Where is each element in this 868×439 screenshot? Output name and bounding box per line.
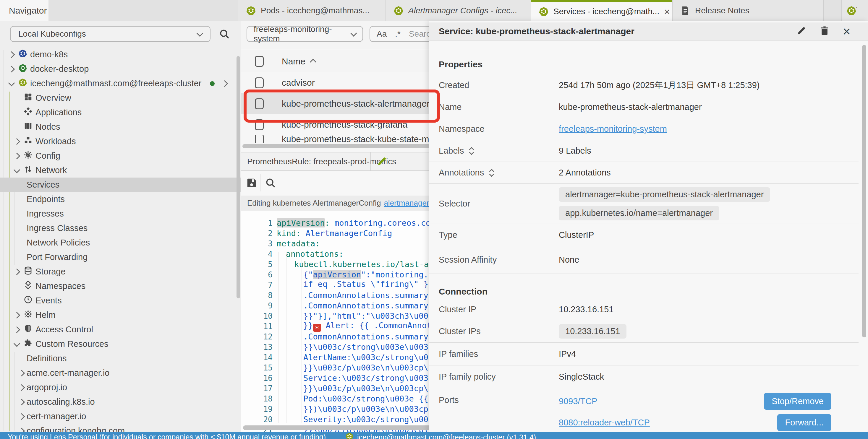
drawer-scrollbar[interactable] bbox=[862, 45, 866, 337]
tab-release[interactable]: Release Notes bbox=[672, 0, 824, 21]
save-icon[interactable] bbox=[246, 177, 257, 189]
expand-collapse-icon[interactable] bbox=[470, 148, 473, 154]
chevron-right-icon[interactable] bbox=[8, 51, 15, 58]
sidebar-item-overview[interactable]: Overview bbox=[0, 91, 241, 105]
search-icon[interactable] bbox=[219, 28, 230, 40]
expand-collapse-icon[interactable] bbox=[490, 170, 493, 176]
tab-close-icon[interactable]: × bbox=[664, 6, 670, 16]
sidebar-item-label: configuration.konghq.com bbox=[27, 426, 125, 432]
chevron-right-icon[interactable] bbox=[18, 428, 25, 432]
sidebar-item-workloads[interactable]: Workloads bbox=[0, 134, 241, 148]
sidebar-item-applications[interactable]: Applications bbox=[0, 105, 241, 120]
sidebar-item-configuration-konghq-com[interactable]: configuration.konghq.com bbox=[0, 424, 241, 432]
license-notice: You're using Lens Personal (for individu… bbox=[8, 433, 326, 439]
drawer-body: Properties Created254d 17h 50m ago (2025… bbox=[429, 40, 859, 439]
divider bbox=[260, 174, 260, 192]
sidebar-item-cert-manager-io[interactable]: cert-manager.io bbox=[0, 409, 241, 424]
row-checkbox[interactable] bbox=[255, 77, 264, 88]
match-case-toggle[interactable]: Aa bbox=[377, 29, 387, 39]
row-checkbox[interactable] bbox=[255, 135, 264, 143]
regex-toggle[interactable]: .* bbox=[395, 29, 401, 39]
network-icon bbox=[24, 165, 33, 176]
edit-pencil-icon[interactable] bbox=[377, 156, 387, 167]
sort-ascending-icon[interactable] bbox=[310, 59, 317, 65]
sidebar-item-ingresses[interactable]: Ingresses bbox=[0, 206, 241, 221]
detail-value: 10.233.16.151 bbox=[559, 305, 614, 314]
port-link[interactable]: 9093/TCP bbox=[559, 397, 597, 406]
chevron-down-icon[interactable] bbox=[13, 340, 21, 347]
sidebar-item-helm[interactable]: Helm bbox=[0, 308, 241, 322]
sidebar-item-label: Config bbox=[35, 151, 60, 161]
red-highlight-annotation bbox=[244, 90, 440, 123]
sidebar-item-events[interactable]: Events bbox=[0, 293, 241, 308]
detail-label: Labels bbox=[439, 146, 464, 156]
detail-row-name: Namekube-prometheus-stack-alertmanager bbox=[429, 96, 859, 118]
editor-search-icon[interactable] bbox=[265, 177, 276, 189]
chevron-down-icon[interactable] bbox=[13, 166, 21, 173]
sidebar-item-network[interactable]: Network bbox=[0, 163, 241, 177]
forward--button[interactable]: Forward... bbox=[777, 414, 831, 431]
chevron-right-icon[interactable] bbox=[13, 268, 21, 275]
sidebar-item-network-policies[interactable]: Network Policies bbox=[0, 235, 241, 250]
chevron-right-icon[interactable] bbox=[13, 326, 21, 333]
k8s-icon bbox=[394, 6, 404, 16]
edit-service-icon[interactable] bbox=[797, 26, 807, 37]
sidebar-item-namespaces[interactable]: Namespaces bbox=[0, 279, 241, 293]
close-icon[interactable]: × bbox=[843, 25, 850, 38]
sidebar-item-autoscaling-k8s-io[interactable]: autoscaling.k8s.io bbox=[0, 395, 241, 409]
sidebar-item-ingress-classes[interactable]: Ingress Classes bbox=[0, 221, 241, 235]
sidebar-item-acme-cert-manager-io[interactable]: acme.cert-manager.io bbox=[0, 366, 241, 380]
detail-label: Type bbox=[439, 230, 457, 240]
sidebar-item-endpoints[interactable]: Endpoints bbox=[0, 192, 241, 206]
workloads-icon bbox=[24, 136, 33, 147]
stop-remove-button[interactable]: Stop/Remove bbox=[764, 393, 831, 410]
chevron-right-icon[interactable] bbox=[221, 80, 228, 87]
delete-service-icon[interactable] bbox=[819, 26, 830, 37]
chevron-down-icon[interactable] bbox=[8, 79, 15, 86]
sidebar-item-label: Custom Resources bbox=[35, 339, 108, 349]
service-name: kube-prometheus-stack-kube-state-metrics bbox=[282, 135, 450, 143]
sidebar-item-demo-k8s[interactable]: demo-k8s bbox=[0, 47, 241, 62]
sidebar-item-nodes[interactable]: Nodes bbox=[0, 120, 241, 134]
sidebar-item-storage[interactable]: Storage bbox=[0, 264, 241, 279]
detail-label: Name bbox=[439, 102, 462, 112]
chevron-right-icon[interactable] bbox=[18, 384, 25, 391]
editing-info-text: Editing kubernetes AlertmanagerConfig bbox=[247, 199, 381, 208]
sidebar-item-label: Workloads bbox=[35, 136, 76, 146]
sidebar-item-argoproj-io[interactable]: argoproj.io bbox=[0, 380, 241, 395]
k8s-icon bbox=[345, 432, 353, 439]
kubeconfig-select[interactable]: Local Kubeconfigs bbox=[10, 26, 211, 42]
sidebar-item-custom-resources[interactable]: Custom Resources bbox=[0, 337, 241, 351]
sidebar-scrollbar[interactable] bbox=[237, 56, 240, 298]
detail-value: 2 Annotations bbox=[559, 168, 611, 177]
chevron-right-icon[interactable] bbox=[8, 66, 15, 72]
sidebar-item-access-control[interactable]: Access Control bbox=[0, 322, 241, 337]
sidebar-item-services[interactable]: Services bbox=[0, 177, 241, 192]
config-icon bbox=[24, 150, 33, 161]
sidebar-item-icecheng-mathmast-com-freeleaps-cluster[interactable]: icecheng@mathmast.com@freeleaps-cluster bbox=[0, 76, 241, 91]
chevron-right-icon[interactable] bbox=[18, 413, 25, 420]
tab-services[interactable]: Services - icecheng@math...× bbox=[531, 0, 673, 21]
sidebar-item-docker-desktop[interactable]: docker-desktop bbox=[0, 62, 241, 76]
chevron-right-icon[interactable] bbox=[18, 399, 25, 405]
chevron-right-icon[interactable] bbox=[18, 370, 25, 376]
namespace-link[interactable]: freeleaps-monitoring-system bbox=[559, 124, 667, 134]
name-column-header[interactable]: Name bbox=[282, 57, 305, 66]
detail-row-cluster-ips: Cluster IPs10.233.16.151 bbox=[429, 320, 859, 343]
sidebar-item-definitions[interactable]: Definitions bbox=[0, 351, 241, 366]
tab-label: Pods - icecheng@mathmas... bbox=[261, 6, 370, 15]
sidebar-item-label: Access Control bbox=[35, 325, 93, 334]
tab-pods[interactable]: Pods - icecheng@mathmas... bbox=[238, 0, 386, 21]
port-link[interactable]: 8080:reloader-web/TCP bbox=[559, 418, 650, 428]
chevron-right-icon[interactable] bbox=[13, 138, 21, 145]
select-all-checkbox[interactable] bbox=[255, 56, 264, 67]
sidebar-item-port-forwarding[interactable]: Port Forwarding bbox=[0, 250, 241, 264]
chevron-right-icon[interactable] bbox=[13, 312, 21, 318]
chevron-right-icon[interactable] bbox=[13, 153, 21, 159]
tab-alertmanager[interactable]: Alertmanager Configs - icec... bbox=[385, 0, 531, 21]
tab-label: Release Notes bbox=[695, 6, 749, 15]
namespace-select[interactable]: freeleaps-monitoring-system bbox=[247, 26, 363, 42]
sidebar-item-config[interactable]: Config bbox=[0, 148, 241, 163]
editing-resource-link[interactable]: alertmanager bbox=[384, 199, 429, 208]
header-divider bbox=[269, 55, 269, 68]
